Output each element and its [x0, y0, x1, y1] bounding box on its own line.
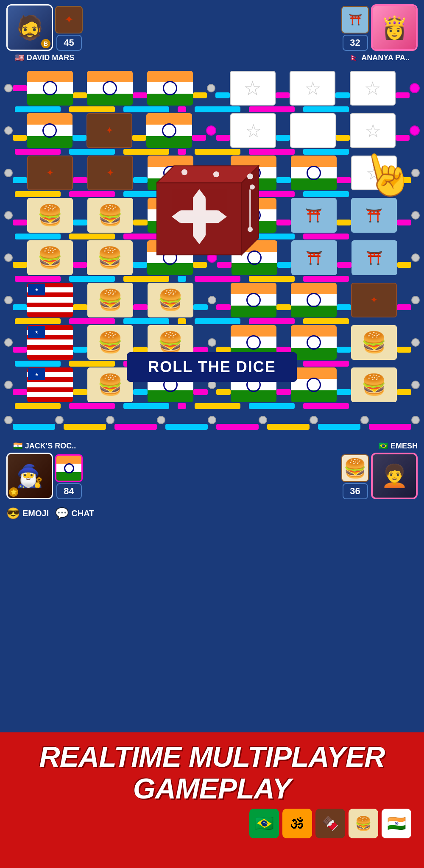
- svg-point-10: [213, 172, 219, 178]
- board-dot: [55, 416, 64, 424]
- banner-icon-chocolate: 🍫: [315, 809, 345, 838]
- name-emesh: 🇧🇷 EMESH: [379, 441, 418, 451]
- board-tile-us: ★: [27, 283, 73, 317]
- board-tile-india: [27, 71, 73, 106]
- action-bar: 😎 EMOJI 💬 CHAT: [0, 504, 424, 523]
- board-tile-india: [147, 71, 193, 106]
- board-tile-india: [87, 71, 133, 106]
- top-players-section: 🧔 B ✦ 45 🇺🇸 DAVID MARS ⛩️ 32: [0, 0, 424, 67]
- player-card-david: 🧔 B ✦ 45 🇺🇸 DAVID MARS: [6, 4, 83, 62]
- bottom-players-section: 🇮🇳 JACK'S ROC.. 🧙‍♂️ 🌟 84: [0, 435, 424, 504]
- board-dot: [157, 416, 165, 424]
- board-tile-star: ☆: [350, 71, 396, 106]
- board-dot: [4, 338, 13, 347]
- banner-icons: 🇧🇷 🕉 🍫 🍔 🇮🇳: [6, 809, 418, 838]
- svg-point-9: [181, 170, 187, 175]
- banner-title-line2: GAMEPLAY: [6, 773, 418, 804]
- board-dot: [4, 211, 13, 220]
- board-tile-burger: 🍔: [87, 367, 133, 402]
- board-tile-burger: 🍔: [87, 325, 133, 360]
- score-david: 45: [56, 35, 82, 51]
- board-tile-brown: [27, 156, 73, 190]
- board-tile-us: ★: [27, 325, 73, 360]
- score-ananya: 32: [343, 35, 368, 51]
- board-tile-burger: 🍔: [351, 325, 397, 360]
- avatar-david: 🧔 B: [6, 4, 53, 51]
- emoji-icon: 😎: [6, 507, 20, 520]
- name-ananya: 🇳🇵 ANANYA PA..: [349, 53, 409, 62]
- svg-point-11: [247, 174, 253, 180]
- chat-label: CHAT: [71, 509, 94, 518]
- board-tile-india: [291, 325, 337, 360]
- dice[interactable]: [136, 149, 263, 278]
- board-tile-india: [291, 156, 337, 190]
- banner-icon-om: 🕉: [282, 809, 312, 838]
- board-dot: [207, 84, 215, 92]
- svg-rect-4: [178, 211, 220, 223]
- chat-icon: 💬: [55, 507, 69, 520]
- banner-icon-brazil: 🇧🇷: [249, 809, 279, 838]
- player-card-emesh: 🇧🇷 EMESH 🍔 36 🧑‍🦱: [341, 439, 418, 499]
- name-jack: 🇮🇳 JACK'S ROC..: [13, 441, 76, 451]
- board-dot: [411, 296, 420, 304]
- board-dot: [4, 169, 13, 177]
- board-tile-burger: 🍔: [351, 367, 397, 402]
- emoji-button[interactable]: 😎 EMOJI: [6, 507, 49, 520]
- svg-point-13: [248, 227, 253, 232]
- bottom-banner: REALTIME MULTIPLAYER GAMEPLAY 🇧🇷 🕉 🍫 🍔 🇮…: [0, 732, 424, 868]
- board-dot: [4, 381, 13, 389]
- board-dot: [208, 381, 216, 389]
- board-tile-brown: [87, 156, 133, 190]
- board-dot: [310, 416, 318, 424]
- player-card-ananya: ⛩️ 32 👸 🇳🇵 ANANYA PA..: [341, 4, 418, 62]
- piece-david: ✦: [55, 6, 83, 33]
- game-board: ☆ ☆ ☆: [2, 69, 422, 433]
- banner-icon-india: 🇮🇳: [382, 809, 411, 838]
- piece-jack: [55, 454, 83, 482]
- flag-jack: 🇮🇳: [13, 441, 22, 451]
- flag-david: 🇺🇸: [15, 53, 24, 62]
- svg-point-12: [250, 185, 255, 190]
- avatar-emesh: 🧑‍🦱: [371, 453, 418, 499]
- board-dot-pink: [410, 83, 420, 93]
- board-tile-burger: 🍔: [87, 198, 133, 233]
- board-tile-india: [291, 367, 337, 402]
- flag-ananya: 🇳🇵: [349, 53, 359, 62]
- piece-ananya: ⛩️: [341, 6, 369, 33]
- piece-emesh: 🍔: [341, 454, 369, 482]
- score-jack: 84: [56, 483, 82, 499]
- board-dot: [411, 381, 420, 389]
- board-dot: [4, 84, 13, 92]
- board-tile-india: [291, 283, 337, 317]
- board-tile-brown: [351, 283, 397, 317]
- board-dot: [4, 416, 13, 424]
- score-emesh: 36: [343, 483, 368, 499]
- board-dot: [106, 416, 114, 424]
- board-dot-pink: [206, 125, 216, 136]
- board-tile-burger: 🍔: [87, 283, 133, 317]
- player-card-jack: 🇮🇳 JACK'S ROC.. 🧙‍♂️ 🌟 84: [6, 439, 83, 499]
- chat-button[interactable]: 💬 CHAT: [55, 507, 94, 520]
- board-dot: [411, 253, 420, 262]
- board-tile-temple: ⛩️: [351, 240, 397, 275]
- board-tile-burger: 🍔: [148, 283, 193, 317]
- board-dot: [4, 253, 13, 262]
- flag-emesh: 🇧🇷: [379, 441, 388, 451]
- board-dot: [411, 211, 420, 220]
- board-tile-burger: 🍔: [27, 240, 73, 275]
- board-tile-india: [231, 283, 276, 317]
- roll-button[interactable]: ROLL THE DICE: [127, 352, 297, 382]
- name-david: 🇺🇸 DAVID MARS: [15, 53, 75, 62]
- board-tile-star: ☆: [230, 71, 276, 106]
- svg-marker-1: [157, 166, 259, 183]
- board-dot: [208, 416, 216, 424]
- board-tile-temple: ⛩️: [291, 240, 337, 275]
- board-tile-india: [146, 113, 192, 148]
- board-tile-hand: [290, 113, 336, 148]
- board-dot-pink: [410, 125, 420, 136]
- board-tile-star: ☆: [230, 113, 276, 148]
- avatar-ananya: 👸: [371, 4, 418, 51]
- board-tile-burger: 🍔: [87, 240, 133, 275]
- banner-icon-burger-bottom: 🍔: [349, 809, 378, 838]
- board-tile-burger: 🍔: [27, 198, 73, 233]
